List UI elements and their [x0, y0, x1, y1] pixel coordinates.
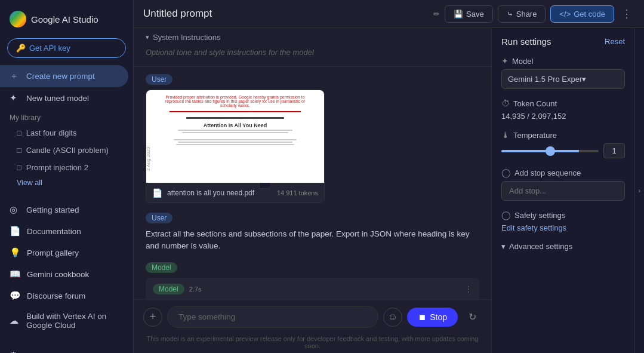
token-count-header: ⏱ Token Count — [501, 99, 625, 108]
more-options-button[interactable]: ⋮ — [619, 5, 634, 23]
system-instructions-placeholder[interactable]: Optional tone and style instructions for… — [146, 45, 479, 59]
message-block-3: Model Model 2.7s ⋮ — [146, 262, 479, 300]
pdf-preview-inner: Provided proper attribution is provided,… — [146, 90, 324, 183]
pdf-red-line — [170, 111, 300, 112]
doc-icon-2: □ — [17, 146, 21, 155]
cookbook-icon: 📖 — [10, 269, 21, 280]
temperature-icon: 🌡 — [501, 130, 510, 140]
sidebar-item-gemini-cookbook[interactable]: 📖 Gemini cookbook — [0, 263, 128, 285]
pdf-line-2 — [182, 132, 288, 133]
sidebar-item-settings[interactable]: ⚙ Settings — [0, 345, 128, 353]
chevron-up-icon: ▾ — [146, 33, 149, 41]
advanced-settings-row[interactable]: ▾ Advanced settings — [501, 242, 625, 251]
save-icon: 💾 — [454, 10, 463, 19]
share-button[interactable]: ⤷ Share — [498, 5, 546, 23]
sidebar-item-documentation[interactable]: 📄 Documentation — [0, 220, 128, 242]
model-icon: ✦ — [501, 56, 509, 66]
temperature-slider[interactable] — [501, 150, 599, 152]
model-response-header: Model 2.7s ⋮ — [153, 284, 472, 294]
sidebar-item-build-vertex[interactable]: ☁ Build with Vertex AI on Google Cloud — [0, 306, 128, 335]
message-text-2: Extract all the sections and subsections… — [146, 228, 479, 253]
code-icon: </> — [559, 10, 571, 19]
model-label: Model — [146, 262, 177, 273]
getting-started-icon: ◎ — [10, 204, 20, 215]
stop-icon: ⏹ — [418, 312, 426, 322]
footer-note: This model is an experimental preview re… — [134, 334, 491, 353]
sidebar-item-create-new-prompt[interactable]: ＋ Create new prompt — [0, 65, 128, 87]
share-icon: ⤷ — [507, 10, 513, 19]
safety-setting: ◯ Safety settings Edit safety settings — [501, 210, 625, 232]
pdf-line-5 — [176, 144, 294, 145]
token-count-value: 14,935 / 2,097,152 — [501, 112, 625, 121]
stop-sequence-setting: ◯ Add stop sequence — [501, 168, 625, 201]
pdf-footer: 📄 attention is all you need.pdf 14,911 t… — [146, 183, 324, 202]
user-label-1: User — [146, 74, 172, 85]
docs-icon: 📄 — [10, 226, 21, 237]
get-code-button[interactable]: </> Get code — [550, 5, 614, 23]
header-actions: 💾 Save ⤷ Share </> Get code ⋮ — [445, 5, 634, 23]
main-area: Untitled prompt ✏ 💾 Save ⤷ Share </> Get… — [134, 0, 644, 353]
safety-icon: ◯ — [501, 210, 511, 220]
settings-icon: ⚙ — [10, 350, 20, 353]
run-settings-panel: Run settings Reset ✦ Model Gemini 1.5 Pr… — [491, 28, 634, 353]
model-response-time: 2.7s — [189, 286, 202, 293]
pdf-line-3 — [174, 139, 297, 140]
sidebar-item-new-tuned-model[interactable]: ✦ New tuned model — [0, 87, 128, 109]
key-icon: 🔑 — [16, 44, 26, 53]
sidebar-item-prompt-gallery[interactable]: 💡 Prompt gallery — [0, 242, 128, 263]
pdf-line-4 — [178, 142, 292, 143]
message-input[interactable] — [167, 306, 378, 328]
message-block-1: User Provided proper attribution is prov… — [146, 74, 479, 203]
pdf-filename: attention is all you need.pdf — [167, 189, 272, 197]
pdf-date: 2 Aug 2023 — [146, 147, 151, 171]
save-button[interactable]: 💾 Save — [445, 5, 493, 23]
pdf-token-count: 14,911 tokens — [277, 189, 318, 197]
gallery-icon: 💡 — [10, 247, 21, 258]
doc-icon-3: □ — [17, 163, 21, 172]
system-instructions-header[interactable]: ▾ System Instructions — [146, 33, 479, 42]
doc-icon-1: □ — [17, 128, 21, 137]
system-instructions-section: ▾ System Instructions Optional tone and … — [134, 28, 491, 67]
stop-seq-icon: ◯ — [501, 168, 511, 177]
stop-button[interactable]: ⏹ Stop — [407, 308, 458, 327]
emoji-button[interactable]: ☺ — [383, 308, 402, 327]
sidebar-item-candle[interactable]: □ Candle (ASCII problem) — [0, 142, 128, 159]
pdf-text-lines — [153, 130, 317, 145]
temperature-header: 🌡 Temperature — [501, 130, 625, 140]
model-select-dropdown[interactable]: Gemini 1.5 Pro Exper▾ — [501, 69, 625, 89]
model-row-header: ✦ Model — [501, 56, 625, 66]
app-name: Google AI Studio — [31, 14, 98, 24]
edit-title-icon[interactable]: ✏ — [433, 10, 440, 19]
header: Untitled prompt ✏ 💾 Save ⤷ Share </> Get… — [134, 0, 644, 28]
reset-button[interactable]: Reset — [605, 37, 625, 46]
token-count-setting: ⏱ Token Count 14,935 / 2,097,152 — [501, 99, 625, 121]
sidebar-item-getting-started[interactable]: ◎ Getting started — [0, 199, 128, 220]
right-panel-collapse-button[interactable]: › — [634, 28, 644, 353]
user-label-2: User — [146, 213, 172, 223]
edit-safety-settings-link[interactable]: Edit safety settings — [501, 223, 625, 232]
stop-sequence-header: ◯ Add stop sequence — [501, 168, 625, 177]
stop-sequence-input[interactable] — [501, 181, 625, 201]
sidebar-item-prompt-injection[interactable]: □ Prompt injection 2 — [0, 159, 128, 176]
temperature-value: 1 — [603, 143, 625, 158]
pdf-preview: Provided proper attribution is provided,… — [146, 90, 324, 183]
model-response: Model 2.7s ⋮ — [146, 278, 479, 300]
safety-header: ◯ Safety settings — [501, 210, 625, 220]
content-area: ▾ System Instructions Optional tone and … — [134, 28, 644, 353]
sidebar-item-last-four-digits[interactable]: □ Last four digits — [0, 124, 128, 142]
temperature-row: 1 — [501, 143, 625, 158]
logo-icon — [10, 11, 26, 27]
temperature-setting: 🌡 Temperature 1 — [501, 130, 625, 158]
get-api-key-button[interactable]: 🔑 Get API key — [7, 38, 126, 58]
model-setting: ✦ Model Gemini 1.5 Pro Exper▾ — [501, 56, 625, 89]
messages-container: User Provided proper attribution is prov… — [134, 67, 491, 299]
view-all-link[interactable]: View all — [0, 176, 133, 189]
add-content-button[interactable]: + — [143, 308, 162, 327]
forum-icon: 💬 — [10, 290, 21, 301]
token-icon: ⏱ — [501, 99, 510, 108]
model-more-icon[interactable]: ⋮ — [464, 284, 472, 293]
sidebar-item-discourse-forum[interactable]: 💬 Discourse forum — [0, 285, 128, 306]
pdf-line-1 — [178, 130, 292, 131]
chevron-down-icon: ▾ — [501, 242, 506, 251]
refresh-button[interactable]: ↻ — [463, 308, 482, 327]
